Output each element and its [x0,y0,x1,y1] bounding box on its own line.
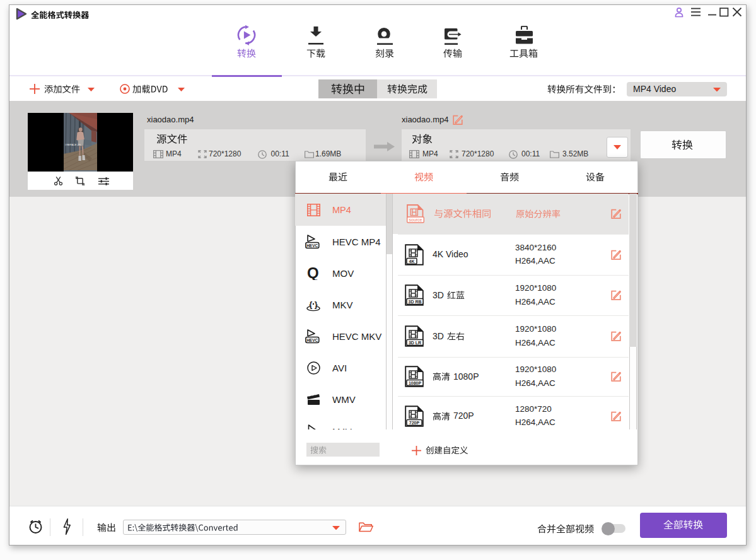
svg-text:1080P: 1080P [409,381,422,385]
svg-text:I REPACE 2%: I REPACE 2% [65,143,81,146]
svg-text:HEVC: HEVC [306,243,318,248]
svg-text:4K: 4K [409,259,415,263]
svg-text:Q: Q [307,267,319,280]
svg-text:3D RB: 3D RB [408,300,421,304]
svg-text:3D LR: 3D LR [409,341,421,345]
svg-text:HEVC: HEVC [306,338,318,342]
svg-text:source: source [409,218,422,222]
svg-text:720P: 720P [409,420,420,424]
